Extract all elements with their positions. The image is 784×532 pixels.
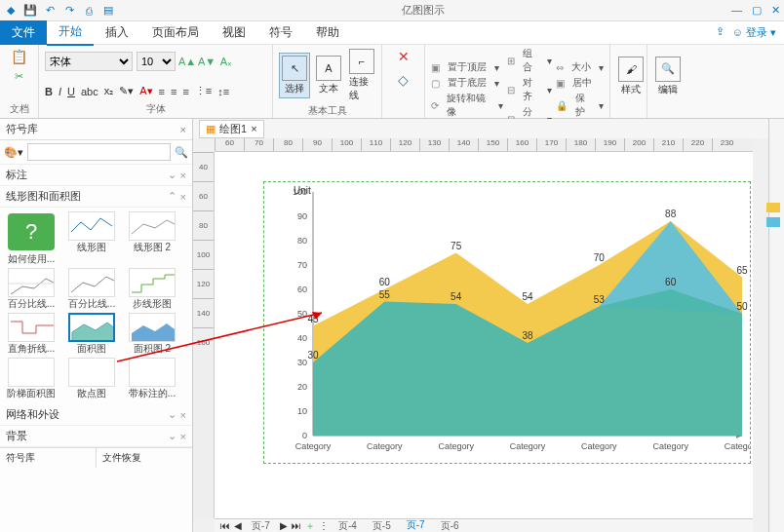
svg-marker-2 bbox=[132, 323, 175, 341]
chart-selection[interactable]: 0102030405060708090100Unit45607554708865… bbox=[263, 181, 751, 464]
center-icon[interactable]: ▣ bbox=[556, 78, 565, 89]
page-last-icon[interactable]: ⏭ bbox=[292, 520, 301, 531]
add-page-icon[interactable]: ＋ bbox=[305, 519, 315, 533]
svg-text:90: 90 bbox=[297, 211, 307, 221]
category-biaozhu[interactable]: 标注⌄× bbox=[0, 165, 192, 186]
shape-angle[interactable]: 直角折线... bbox=[2, 313, 60, 356]
minimize-icon[interactable]: — bbox=[731, 4, 742, 17]
size-icon[interactable]: ⇔ bbox=[556, 62, 564, 73]
document-tab[interactable]: ▦绘图1× bbox=[199, 120, 264, 138]
page-canvas[interactable]: 0102030405060708090100Unit45607554708865… bbox=[215, 152, 753, 518]
highlight-icon[interactable]: ✎▾ bbox=[119, 85, 134, 97]
preview-icon[interactable]: ▤ bbox=[101, 4, 115, 18]
font-size-select[interactable]: 10 bbox=[137, 52, 176, 71]
right-sidebar[interactable] bbox=[768, 119, 784, 532]
text-tool[interactable]: A文本 bbox=[314, 54, 343, 97]
page-first-icon[interactable]: ⏮ bbox=[220, 520, 230, 531]
page-next-icon[interactable]: ▶ bbox=[280, 520, 288, 531]
redo-icon[interactable]: ↷ bbox=[62, 4, 76, 18]
select-tool[interactable]: ↖选择 bbox=[279, 53, 310, 98]
increase-font-icon[interactable]: A▲ bbox=[179, 54, 195, 69]
font-family-select[interactable]: 宋体 bbox=[45, 52, 133, 71]
align-center-icon[interactable]: ≡ bbox=[171, 86, 176, 97]
bullets-icon[interactable]: ⋮≡ bbox=[195, 85, 212, 97]
paste-icon[interactable]: 📋 bbox=[10, 47, 29, 66]
svg-text:Category: Category bbox=[295, 441, 332, 451]
ribbon: 📋 ✂ 文档 宋体 10 A▲ A▼ Aₓ B I U abc x₂ ✎▾ A▾… bbox=[0, 45, 784, 119]
lock-icon[interactable]: 🔒 bbox=[556, 100, 568, 111]
send-back-icon[interactable]: ▢ bbox=[431, 78, 440, 89]
page-tab[interactable]: 页-6 bbox=[435, 519, 465, 533]
page-prev-icon[interactable]: ◀ bbox=[234, 520, 242, 531]
shape-line1[interactable]: 线形图 bbox=[62, 211, 121, 266]
svg-text:60: 60 bbox=[379, 277, 391, 287]
subscript-icon[interactable]: x₂ bbox=[104, 85, 114, 97]
category-line-area[interactable]: 线形图和面积图⌃× bbox=[0, 186, 192, 208]
print-icon[interactable]: ⎙ bbox=[82, 4, 96, 18]
page-tab[interactable]: 页-7 bbox=[401, 518, 431, 532]
svg-text:0: 0 bbox=[302, 431, 307, 440]
style-button[interactable]: 🖌样式 bbox=[616, 55, 646, 98]
edit-button[interactable]: 🔍编辑 bbox=[653, 55, 683, 98]
tab-insert[interactable]: 插入 bbox=[94, 20, 140, 45]
bold-button[interactable]: B bbox=[45, 86, 53, 97]
shape-line2[interactable]: 线形图 2 bbox=[123, 211, 181, 266]
svg-text:70: 70 bbox=[594, 252, 606, 263]
shape-stair[interactable]: 阶梯面积图 bbox=[2, 358, 60, 400]
svg-text:65: 65 bbox=[736, 265, 748, 276]
close-icon[interactable]: ✕ bbox=[771, 4, 780, 17]
close-shape-icon[interactable]: ✕ bbox=[394, 47, 413, 66]
search-icon[interactable]: 🔍 bbox=[175, 146, 188, 159]
palette-icon[interactable]: 🎨▾ bbox=[4, 146, 23, 159]
shape-grid: ?如何使用... 线形图 线形图 2 百分比线... 百分比线... 步线形图 … bbox=[0, 208, 192, 404]
maximize-icon[interactable]: ▢ bbox=[752, 4, 762, 17]
shape-area2[interactable]: 面积图 2 bbox=[123, 313, 181, 356]
align-left-icon[interactable]: ≡ bbox=[159, 86, 165, 97]
page-tab[interactable]: 页-5 bbox=[367, 519, 397, 533]
svg-text:38: 38 bbox=[522, 330, 533, 341]
library-footer[interactable]: 符号库 bbox=[0, 448, 96, 468]
svg-text:70: 70 bbox=[297, 260, 307, 270]
help-icon[interactable]: ? bbox=[8, 213, 55, 250]
shape-pct2[interactable]: 百分比线... bbox=[62, 268, 121, 311]
font-color-icon[interactable]: A▾ bbox=[139, 85, 152, 97]
save-icon[interactable]: 💾 bbox=[23, 4, 37, 18]
undo-icon[interactable]: ↶ bbox=[43, 4, 57, 18]
category-background[interactable]: 背景⌄× bbox=[0, 426, 192, 447]
shape-label[interactable]: 带标注的... bbox=[123, 358, 181, 400]
tab-symbol[interactable]: 符号 bbox=[257, 20, 304, 45]
page-tab[interactable]: 页-4 bbox=[333, 519, 363, 533]
file-recover[interactable]: 文件恢复 bbox=[96, 448, 192, 468]
tab-start[interactable]: 开始 bbox=[47, 19, 94, 46]
tab-view[interactable]: 视图 bbox=[211, 20, 257, 45]
italic-button[interactable]: I bbox=[59, 86, 61, 97]
tab-page-layout[interactable]: 页面布局 bbox=[140, 20, 211, 45]
shape-step[interactable]: 步线形图 bbox=[123, 268, 181, 311]
file-menu[interactable]: 文件 bbox=[0, 20, 47, 45]
line-spacing-icon[interactable]: ↕≡ bbox=[217, 86, 229, 97]
shape-area1[interactable]: 面积图 bbox=[62, 313, 121, 356]
tab-help[interactable]: 帮助 bbox=[304, 20, 351, 45]
login-button[interactable]: ☺ 登录 ▾ bbox=[732, 25, 776, 40]
shape-pct1[interactable]: 百分比线... bbox=[2, 268, 60, 311]
shape-scatter[interactable]: 散点图 bbox=[62, 358, 121, 400]
align-right-icon[interactable]: ≡ bbox=[182, 86, 188, 97]
panel-close-icon[interactable]: × bbox=[180, 124, 186, 135]
svg-text:Category: Category bbox=[652, 441, 688, 451]
clear-format-icon[interactable]: Aₓ bbox=[218, 54, 234, 69]
title-bar: ◆ 💾 ↶ ↷ ⎙ ▤ 亿图图示 — ▢ ✕ bbox=[0, 0, 784, 21]
shape-icon[interactable]: ◇ bbox=[394, 70, 413, 90]
category-network[interactable]: 网络和外设⌄× bbox=[0, 404, 192, 426]
align-icon[interactable]: ⊟ bbox=[507, 85, 515, 95]
library-search-input[interactable] bbox=[27, 143, 171, 161]
group-icon[interactable]: ⊞ bbox=[507, 56, 515, 66]
tab-close-icon[interactable]: × bbox=[251, 123, 256, 134]
connector-tool[interactable]: ⌐连接线 bbox=[347, 47, 376, 104]
strike-icon[interactable]: abc bbox=[81, 86, 98, 97]
underline-button[interactable]: U bbox=[67, 86, 75, 97]
rotate-icon[interactable]: ⟳ bbox=[431, 100, 439, 111]
bring-front-icon[interactable]: ▣ bbox=[431, 62, 440, 73]
share-icon[interactable]: ⇪ bbox=[716, 25, 725, 40]
decrease-font-icon[interactable]: A▼ bbox=[199, 54, 215, 69]
cut-icon[interactable]: ✂ bbox=[12, 68, 27, 84]
